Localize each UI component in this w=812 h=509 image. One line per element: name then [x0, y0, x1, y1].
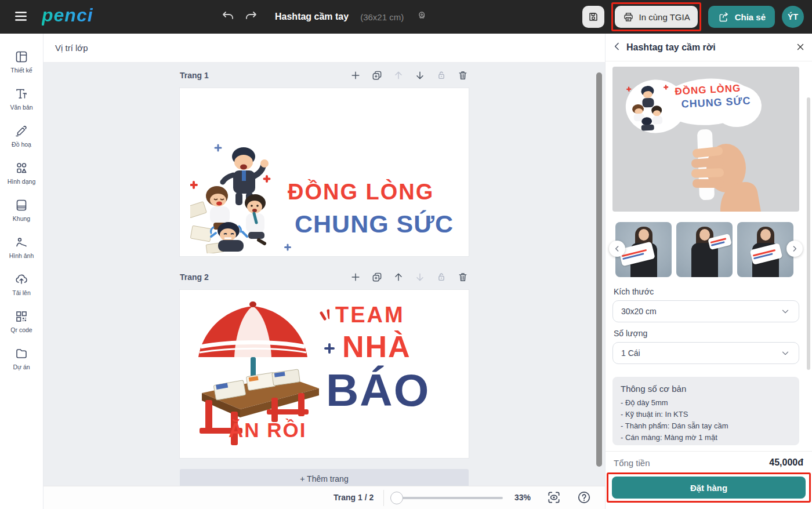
- spec-line: - Cán màng: Màng mờ 1 mặt: [621, 432, 791, 443]
- divider: [383, 490, 384, 506]
- app-root: penci Hashtag cầm tay (36x21 cm) In cùng…: [0, 0, 812, 509]
- sidebar-item-projects[interactable]: Dự án: [0, 340, 44, 377]
- add-page-button[interactable]: + Thêm trang: [180, 469, 469, 486]
- specs-box: Thông số cơ bản - Độ dày 5mm - Kỹ thuật …: [612, 377, 799, 445]
- shapes-icon: [14, 161, 28, 175]
- lock-page-button[interactable]: [436, 271, 447, 283]
- lock-page-button[interactable]: [436, 70, 447, 81]
- move-page-up-button[interactable]: [393, 70, 404, 81]
- page2-text-team[interactable]: TEAM: [335, 303, 405, 328]
- sidebar-item-qrcode[interactable]: Qr code: [0, 303, 44, 340]
- quantity-select-value: 1 Cái: [621, 348, 640, 358]
- page1-label: Trang 1: [180, 71, 209, 80]
- carousel-next-button[interactable]: [786, 241, 803, 257]
- sidebar-item-graphics[interactable]: Đồ hoạ: [0, 117, 44, 154]
- lock-open-icon: [436, 70, 447, 81]
- penci-logo: penci: [42, 5, 93, 26]
- size-select-value: 30x20 cm: [621, 307, 657, 316]
- resize-ruler-icon[interactable]: [416, 9, 429, 24]
- canvas-scrollbar[interactable]: [596, 72, 602, 467]
- sidebar-item-images[interactable]: Hình ảnh: [0, 228, 44, 266]
- panel-scrollbar[interactable]: [807, 97, 810, 370]
- quantity-select[interactable]: 1 Cái: [612, 342, 799, 364]
- specs-title: Thông số cơ bản: [621, 384, 791, 394]
- bottom-bar: Trang 1 / 2 33%: [44, 486, 605, 509]
- order-button[interactable]: Đặt hàng: [612, 477, 806, 499]
- move-page-up-button[interactable]: [393, 271, 404, 283]
- delete-page-button[interactable]: [457, 70, 469, 81]
- document-title[interactable]: Hashtag cầm tay: [275, 12, 349, 22]
- arrow-down-icon: [414, 271, 426, 283]
- back-button[interactable]: [610, 41, 624, 54]
- sidebar-item-frames[interactable]: Khung: [0, 191, 44, 228]
- design-page-2[interactable]: TEAM NHÀ BÁO ĂN RỒI: [180, 290, 469, 458]
- product-thumbnail-3[interactable]: [737, 222, 793, 277]
- total-row: Tổng tiền 45,000đ: [606, 452, 812, 472]
- canvas-area[interactable]: Trang 1: [44, 63, 605, 486]
- page2-text-bao[interactable]: BÁO: [326, 364, 430, 417]
- total-label: Tổng tiền: [614, 458, 650, 468]
- topbar: penci Hashtag cầm tay (36x21 cm) In cùng…: [0, 0, 812, 34]
- help-button[interactable]: [576, 490, 592, 506]
- sidebar-item-shapes[interactable]: Hình dạng: [0, 154, 44, 191]
- product-preview-image[interactable]: ĐỒNG LÒNG CHUNG SỨC: [612, 67, 799, 212]
- move-page-down-button[interactable]: [414, 70, 426, 81]
- sidebar-item-label: Dự án: [13, 363, 30, 370]
- page1-toolbar-row: Trang 1: [180, 67, 469, 83]
- duplicate-icon: [371, 271, 383, 283]
- zoom-slider-handle[interactable]: [390, 492, 403, 504]
- carousel-prev-button[interactable]: [609, 241, 625, 257]
- sidebar-item-label: Khung: [13, 215, 30, 222]
- page2-text-anroi[interactable]: ĂN RỒI: [229, 419, 307, 442]
- order-footer: Tổng tiền 45,000đ Đặt hàng: [606, 451, 812, 503]
- chevron-right-icon: [790, 244, 799, 253]
- print-button-label: In cùng TGIA: [639, 12, 690, 22]
- sidebar-item-uploads[interactable]: Tải lên: [0, 266, 44, 303]
- text-icon: [14, 87, 28, 101]
- menu-button[interactable]: [13, 9, 29, 25]
- product-panel-header: Hashtag tay cầm rời: [606, 34, 812, 61]
- add-page-icon-button[interactable]: [350, 271, 361, 283]
- design-page-1[interactable]: ĐỒNG LÒNG CHUNG SỨC: [180, 88, 469, 256]
- page2-label: Trang 2: [180, 272, 209, 282]
- product-thumbnail-2[interactable]: [676, 222, 733, 277]
- move-page-down-button[interactable]: [414, 271, 426, 283]
- spec-line: - Thành phẩm: Dán sẵn tay cầm: [621, 420, 791, 432]
- duplicate-page-button[interactable]: [371, 271, 383, 283]
- close-panel-button[interactable]: [793, 41, 807, 54]
- arrow-up-icon: [393, 271, 404, 283]
- page1-text-line1[interactable]: ĐỒNG LÒNG: [288, 180, 434, 205]
- undo-icon: [221, 9, 235, 23]
- user-avatar[interactable]: ÝT: [782, 6, 804, 28]
- chevron-down-icon: [780, 306, 791, 317]
- undo-button[interactable]: [220, 9, 235, 24]
- document-size: (36x21 cm): [360, 12, 404, 22]
- duplicate-page-button[interactable]: [371, 70, 383, 81]
- layers-title: Vị trí lớp: [55, 43, 88, 53]
- print-with-tgia-button[interactable]: In cùng TGIA: [615, 6, 698, 28]
- delete-page-button[interactable]: [457, 271, 469, 283]
- spacer: [180, 256, 469, 267]
- question-icon: [577, 490, 592, 505]
- sidebar-item-label: Hình dạng: [8, 178, 35, 185]
- add-page-icon-button[interactable]: [350, 70, 361, 81]
- preview-button[interactable]: [546, 490, 562, 506]
- trash-icon: [457, 271, 469, 283]
- sidebar-item-label: Thiết kế: [10, 67, 32, 74]
- chevron-left-icon: [611, 41, 623, 52]
- sidebar-item-label: Hình ảnh: [9, 252, 34, 259]
- page1-text-line2[interactable]: CHUNG SỨC: [295, 210, 454, 238]
- save-button[interactable]: [582, 6, 604, 28]
- sidebar-item-label: Văn bản: [10, 104, 32, 111]
- size-select[interactable]: 30x20 cm: [612, 300, 799, 322]
- sidebar-item-text[interactable]: Văn bản: [0, 80, 44, 117]
- frame-icon: [14, 198, 28, 212]
- zoom-slider-track[interactable]: [395, 497, 503, 499]
- plus-icon: [350, 70, 361, 81]
- sidebar-item-design[interactable]: Thiết kế: [0, 43, 44, 80]
- highlight-box-order-button: Đặt hàng: [607, 472, 811, 503]
- page2-text-nha[interactable]: NHÀ: [342, 329, 411, 364]
- share-button[interactable]: Chia sẻ: [708, 6, 775, 28]
- redo-button[interactable]: [244, 9, 259, 24]
- highlight-box-print-button: In cùng TGIA: [611, 2, 701, 31]
